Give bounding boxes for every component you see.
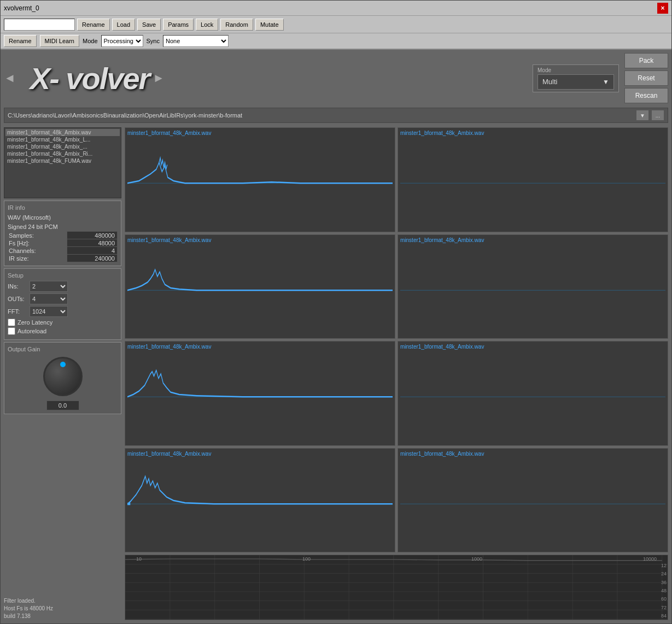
file-item[interactable]: minster1_bformat_48k_Ambix_Ri... (5, 150, 120, 157)
spectrum-label-10: 10 (136, 556, 142, 562)
waveform-4 (400, 244, 665, 337)
output-gain-knob[interactable] (41, 355, 85, 398)
preset-input[interactable] (4, 19, 75, 31)
ir-cell-1: minster1_bformat_48k_Ambix.wav (125, 127, 395, 232)
right-action-buttons: Pack Reset Rescan (624, 53, 668, 103)
midi-learn-button[interactable]: MIDI Learn (40, 35, 79, 47)
path-bar: C:\Users\adriano\Lavori\AmbisonicsBinaur… (4, 108, 668, 123)
waveform-svg-4 (400, 244, 665, 337)
waveform-svg-6 (400, 351, 665, 443)
waveform-5 (127, 351, 393, 443)
mode-chevron-icon: ▼ (603, 78, 609, 86)
mutate-button[interactable]: Mutate (255, 19, 284, 31)
waveform-svg-5 (127, 351, 393, 443)
waveform-7 (127, 458, 393, 550)
ir-cell-4: minster1_bformat_48k_Ambix.wav (398, 234, 668, 339)
path-dropdown-button[interactable]: ▼ (636, 110, 649, 121)
spectrum-y-12: 12 (661, 563, 667, 568)
reset-button[interactable]: Reset (624, 70, 668, 86)
gain-value-input[interactable]: 0.0 (46, 401, 79, 410)
ir-size-value: 240000 (67, 255, 118, 262)
ir-info-table: Samples: 480000 Fs [Hz]: 48000 Channels:… (8, 231, 118, 262)
fft-label: FFT: (8, 308, 27, 315)
ir-format: WAV (Microsoft) (8, 213, 118, 222)
autoreload-row: Autoreload (8, 327, 118, 335)
output-gain-box: Output Gain 0.0 (4, 342, 121, 414)
ir-cell-3: minster1_bformat_48k_Ambix.wav (125, 234, 395, 339)
toolbar: Rename Load Save Params Lock Random Muta… (1, 16, 671, 33)
main-window: xvolvermt_0 × Rename Load Save Params Lo… (0, 0, 672, 624)
file-item[interactable]: minster1_bformat_48k_Ambix_L... (5, 136, 120, 143)
mode-box-label: Mode (537, 67, 614, 73)
knob-indicator (60, 362, 66, 367)
sync-select[interactable]: None Host MIDI (163, 35, 229, 47)
zero-latency-label: Zero Latency (17, 319, 52, 326)
random-button[interactable]: Random (220, 19, 253, 31)
close-button[interactable]: × (657, 3, 668, 14)
spectrum-y-72: 72 (661, 605, 667, 610)
file-item[interactable]: minster1_bformat_48k_Ambix.wav (5, 129, 120, 136)
ir-info-box: IR info WAV (Microsoft) Signed 24 bit PC… (4, 201, 121, 266)
window-title: xvolvermt_0 (4, 4, 39, 12)
ir-encoding: Signed 24 bit PCM (8, 222, 118, 232)
mode-dropdown[interactable]: Multi ▼ (537, 74, 614, 90)
zero-latency-checkbox[interactable] (8, 319, 15, 326)
waveform-svg-8 (400, 458, 665, 550)
waveform-svg-1 (127, 137, 393, 229)
left-decoration-icon: ◄ (4, 71, 16, 85)
spectrum-label-1000: 1000 (471, 556, 482, 562)
waveform-1 (127, 137, 393, 229)
ir-cell-4-title: minster1_bformat_48k_Ambix.wav (400, 237, 665, 243)
ins-select[interactable]: 2148 (30, 281, 68, 292)
fs-value: 48000 (67, 239, 118, 247)
output-gain-title: Output Gain (8, 346, 40, 352)
spectrum-grid-svg (125, 555, 668, 620)
autoreload-checkbox[interactable] (8, 327, 15, 335)
ir-cell-1-title: minster1_bformat_48k_Ambix.wav (127, 130, 393, 136)
rename-button-2[interactable]: Rename (4, 35, 37, 47)
main-content: ◄ X- volver ► Mode Multi ▼ Pack Reset Re… (1, 50, 671, 623)
ir-grid: minster1_bformat_48k_Ambix.wav minster1_… (125, 127, 668, 552)
outs-select[interactable]: 4128 (30, 293, 68, 304)
waveform-svg-3 (127, 244, 393, 337)
save-button[interactable]: Save (137, 19, 161, 31)
ir-cell-8: minster1_bformat_48k_Ambix.wav (398, 448, 668, 553)
ir-cell-2: minster1_bformat_48k_Ambix.wav (398, 127, 668, 232)
path-browse-button[interactable]: ... (651, 110, 664, 121)
sync-label: Sync (147, 38, 160, 44)
file-item[interactable]: minster1_bformat_48k_FUMA.wav (5, 157, 120, 164)
waveform-2 (400, 137, 665, 229)
load-button[interactable]: Load (112, 19, 135, 31)
ins-label: INs: (8, 283, 27, 290)
rescan-button[interactable]: Rescan (624, 88, 668, 103)
left-panel: minster1_bformat_48k_Ambix.wav minster1_… (4, 127, 121, 620)
autoreload-label: Autoreload (17, 328, 46, 334)
lock-button[interactable]: Lock (196, 19, 218, 31)
ir-cell-5: minster1_bformat_48k_Ambix.wav (125, 341, 395, 446)
waveform-svg-2 (400, 137, 665, 229)
setup-box: Setup INs: 2148 OUTs: 4128 FF (4, 268, 121, 340)
fft-select[interactable]: 102451220484096 (30, 306, 68, 317)
knob-body[interactable] (44, 357, 82, 396)
status-line3: build 7.138 (4, 613, 121, 620)
outs-label: OUTs: (8, 296, 27, 302)
spectrum-x-labels: 10 100 1000 10000 (136, 556, 657, 562)
rename-button[interactable]: Rename (77, 19, 110, 31)
ir-cell-7-title: minster1_bformat_48k_Ambix.wav (127, 451, 393, 457)
spectrum-analyzer: 10 100 1000 10000 12 24 36 48 60 72 84 (125, 555, 668, 620)
file-list[interactable]: minster1_bformat_48k_Ambix.wav minster1_… (4, 127, 121, 198)
status-area: Filter loaded. Host Fs is 48000 Hz build… (4, 597, 121, 620)
spectrum-y-48: 48 (661, 588, 667, 593)
outs-row: OUTs: 4128 (8, 293, 118, 304)
spectrum-y-labels: 12 24 36 48 60 72 84 (661, 563, 667, 619)
file-item[interactable]: minster1_bformat_48k_Ambix_... (5, 143, 120, 150)
right-panel: minster1_bformat_48k_Ambix.wav minster1_… (125, 127, 668, 620)
waveform-svg-7 (127, 458, 393, 550)
ir-cell-5-title: minster1_bformat_48k_Ambix.wav (127, 344, 393, 350)
waveform-8 (400, 458, 665, 550)
ir-cell-7: minster1_bformat_48k_Ambix.wav (125, 448, 395, 553)
pack-button[interactable]: Pack (624, 53, 668, 68)
ir-size-label: IR size: (8, 255, 67, 262)
mode-select[interactable]: Processing Bypass Mute (101, 35, 143, 47)
params-button[interactable]: Params (163, 19, 194, 31)
